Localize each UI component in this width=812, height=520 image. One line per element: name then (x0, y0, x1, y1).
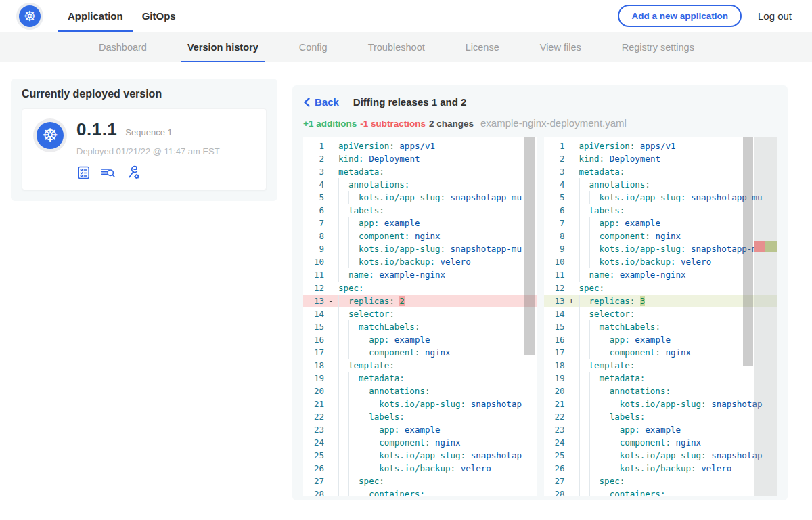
tab-troubleshoot[interactable]: Troubleshoot (362, 32, 431, 62)
additions-count: +1 additions (303, 118, 357, 129)
edit-config-icon[interactable] (125, 165, 141, 180)
code-line: 15matchLabels: (303, 320, 537, 333)
overview-added-mark (765, 241, 777, 252)
code-line: 3metadata: (544, 165, 777, 178)
code-line: 21kots.io/app-slug: snapshotap (544, 397, 777, 410)
subtractions-count: -1 subtractions (360, 118, 426, 129)
tab-dashboard[interactable]: Dashboard (93, 32, 153, 62)
code-line: 16app: example (303, 333, 537, 346)
code-line: 25kots.io/app-slug: snapshotap (544, 449, 777, 462)
code-lines-original: 1apiVersion: apps/v12kind: Deployment3me… (303, 139, 537, 496)
code-line: 4annotations: (303, 178, 537, 191)
code-line: 24component: nginx (544, 436, 777, 449)
code-line: 7app: example (544, 217, 777, 230)
code-line: 13-replicas: 2 (303, 295, 537, 307)
code-line: 3metadata: (303, 165, 537, 178)
deployed-version-card: ☸ 0.1.1 Sequence 1 Deployed 01/21/22 @ 1… (22, 108, 267, 190)
app-sub-nav: Dashboard Version history Config Trouble… (0, 32, 812, 62)
logout-link[interactable]: Log out (758, 10, 792, 22)
code-line: 1apiVersion: apps/v1 (303, 139, 537, 152)
code-line: 6labels: (544, 204, 777, 217)
diff-pane-modified: 1apiVersion: apps/v12kind: Deployment3me… (544, 137, 777, 496)
code-line: 23app: example (544, 423, 777, 436)
code-line: 6labels: (303, 204, 537, 217)
currently-deployed-card: Currently deployed version ☸ 0.1.1 Seque… (11, 79, 277, 201)
deployed-timestamp: Deployed 01/21/22 @ 11:47 am EST (76, 146, 220, 156)
code-line: 19metadata: (544, 372, 777, 385)
chevron-left-icon (303, 98, 311, 107)
tab-application[interactable]: Application (58, 0, 133, 32)
changes-count: 2 changes (429, 118, 474, 129)
code-line: 1apiVersion: apps/v1 (544, 139, 777, 152)
view-files-icon[interactable] (100, 165, 116, 180)
code-line: 28containers: (544, 488, 777, 496)
code-line: 18template: (303, 359, 537, 372)
code-line: 5kots.io/app-slug: snapshotapp-mu (303, 191, 537, 204)
top-tabs: Application GitOps (58, 0, 185, 32)
code-line: 22labels: (544, 410, 777, 423)
version-number: 0.1.1 (76, 119, 117, 140)
app-logo: ☸ (33, 118, 67, 152)
code-line: 18template: (544, 359, 777, 372)
diff-pane-original: 1apiVersion: apps/v12kind: Deployment3me… (303, 137, 537, 496)
code-line: 16app: example (544, 333, 777, 346)
kubernetes-helm-icon: ☸ (19, 5, 41, 27)
code-line: 27spec: (544, 475, 777, 488)
code-line: 11name: example-nginx (303, 268, 537, 281)
overview-removed-mark (754, 241, 765, 252)
deployed-version-details: 0.1.1 Sequence 1 Deployed 01/21/22 @ 11:… (76, 118, 220, 180)
diff-summary: +1 additions -1 subtractions 2 changes e… (303, 117, 777, 129)
tab-license[interactable]: License (459, 32, 505, 62)
add-application-button[interactable]: Add a new application (618, 5, 742, 27)
code-line: 11name: example-nginx (544, 268, 777, 281)
code-line: 9kots.io/app-slug: snapshotapp-mu (303, 242, 537, 255)
code-line: 8component: nginx (303, 230, 537, 242)
code-line: 14selector: (544, 307, 777, 320)
code-line: 24component: nginx (303, 436, 537, 449)
code-line: 25kots.io/app-slug: snapshotap (303, 449, 537, 462)
top-nav-actions: Add a new application Log out (618, 0, 792, 32)
code-line: 27spec: (303, 475, 537, 488)
code-line: 4annotations: (544, 178, 777, 191)
deployed-card-title: Currently deployed version (22, 88, 267, 100)
code-line: 15matchLabels: (544, 320, 777, 333)
scrollbar-thumb[interactable] (524, 137, 535, 355)
code-line: 5kots.io/app-slug: snapshotapp-mu (544, 191, 777, 204)
diff-panel: Back Diffing releases 1 and 2 +1 additio… (292, 85, 788, 500)
tab-view-files[interactable]: View files (534, 32, 587, 62)
code-line: 22labels: (303, 410, 537, 423)
tab-version-history[interactable]: Version history (181, 32, 265, 62)
code-line: 12spec: (303, 282, 537, 295)
code-line: 28containers: (303, 488, 537, 496)
code-line: 14selector: (303, 307, 537, 320)
code-line: 12spec: (544, 282, 777, 295)
tab-registry-settings[interactable]: Registry settings (616, 32, 700, 62)
code-line: 17component: nginx (303, 346, 537, 359)
version-action-icons (76, 165, 220, 180)
tab-config[interactable]: Config (293, 32, 334, 62)
code-line: 19metadata: (303, 372, 537, 385)
code-line: 10kots.io/backup: velero (544, 255, 777, 268)
code-line: 10kots.io/backup: velero (303, 255, 537, 268)
code-line: 7app: example (303, 217, 537, 230)
code-line: 2kind: Deployment (303, 152, 537, 165)
diff-title: Diffing releases 1 and 2 (353, 96, 467, 108)
tab-gitops[interactable]: GitOps (133, 0, 185, 32)
diff-overview-ruler[interactable] (754, 137, 777, 496)
scrollbar-thumb[interactable] (743, 137, 753, 366)
code-line: 13+replicas: 3 (544, 295, 777, 307)
kubernetes-logo[interactable]: ☸ (16, 3, 43, 30)
code-line: 20annotations: (303, 385, 537, 397)
code-line: 26kots.io/backup: velero (544, 462, 777, 475)
code-line: 21kots.io/app-slug: snapshotap (303, 397, 537, 410)
diff-filename: example-nginx-deployment.yaml (480, 117, 627, 129)
back-link[interactable]: Back (303, 96, 339, 108)
code-line: 9kots.io/app-slug: snapshotapp-mu (544, 242, 777, 255)
main-content: Currently deployed version ☸ 0.1.1 Seque… (0, 62, 812, 500)
code-line: 2kind: Deployment (544, 152, 777, 165)
top-nav: ☸ Application GitOps Add a new applicati… (0, 0, 812, 32)
preflight-checks-icon[interactable] (76, 165, 91, 180)
code-lines-modified: 1apiVersion: apps/v12kind: Deployment3me… (544, 139, 777, 496)
sequence-label: Sequence 1 (125, 127, 172, 137)
diff-editor: 1apiVersion: apps/v12kind: Deployment3me… (303, 137, 777, 496)
